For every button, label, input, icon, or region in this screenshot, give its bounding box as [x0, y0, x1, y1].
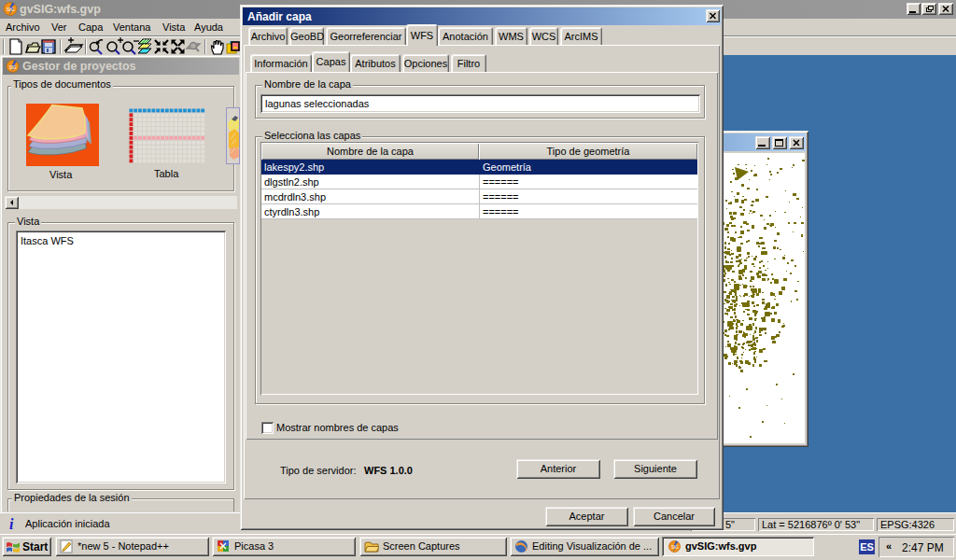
svg-text:SIG: SIG [7, 7, 15, 12]
svg-text:SIG: SIG [9, 65, 17, 70]
svg-text:SIG: SIG [671, 545, 679, 550]
